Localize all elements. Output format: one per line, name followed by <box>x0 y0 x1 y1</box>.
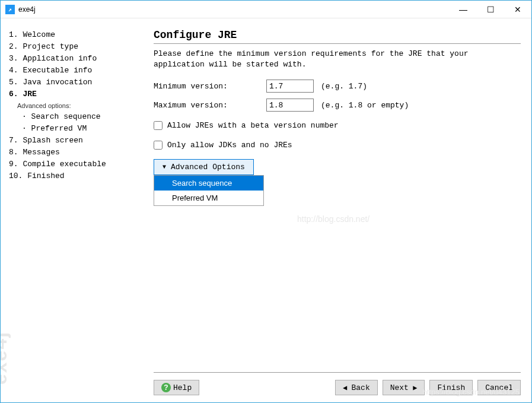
dropdown-item-preferred-vm[interactable]: Preferred VM <box>154 191 263 205</box>
sidebar-sub-preferred-vm[interactable]: · Preferred VM <box>22 123 137 135</box>
close-button[interactable]: ✕ <box>504 1 531 18</box>
only-jdk-label: Only allow JDKs and no JREs <box>167 141 292 150</box>
arrow-right-icon: ▶ <box>409 383 417 392</box>
sidebar-advanced-label: Advanced options: <box>17 100 137 111</box>
sidebar-step-application-info[interactable]: 3. Application info <box>9 53 137 65</box>
page-title: Configure JRE <box>154 29 521 41</box>
finish-label: Finish <box>437 383 465 392</box>
help-icon: ? <box>161 383 171 392</box>
sidebar-step-messages[interactable]: 8. Messages <box>9 147 137 158</box>
app-window: ↗ exe4j — ☐ ✕ 1. Welcome 2. Project type… <box>0 0 532 403</box>
sidebar-step-finished[interactable]: 10. Finished <box>9 170 137 182</box>
sidebar-step-welcome[interactable]: 1. Welcome <box>9 29 137 41</box>
advanced-options-dropdown: Search sequence Preferred VM <box>154 175 264 206</box>
window-title: exe4j <box>18 5 450 14</box>
sidebar-watermark: exe4j <box>1 331 11 385</box>
next-label: Next <box>390 383 409 392</box>
only-jdk-row: Only allow JDKs and no JREs <box>154 141 521 150</box>
content-watermark: http://blog.csdn.net/ <box>297 214 369 224</box>
sidebar-sub-search-sequence[interactable]: · Search sequence <box>22 111 137 123</box>
help-button[interactable]: ? Help <box>154 380 199 395</box>
title-divider <box>154 43 521 44</box>
cancel-button[interactable]: Cancel <box>477 380 521 395</box>
minimize-button[interactable]: — <box>450 1 477 18</box>
advanced-options-button[interactable]: ▼ Advanced Options <box>154 159 254 175</box>
back-button[interactable]: ◀ Back <box>335 380 378 395</box>
min-version-row: Minimum version: (e.g. 1.7) <box>154 80 521 93</box>
dropdown-item-search-sequence[interactable]: Search sequence <box>154 176 263 191</box>
arrow-left-icon: ◀ <box>343 383 351 392</box>
max-version-row: Maximum version: (e.g. 1.8 or empty) <box>154 99 521 112</box>
next-button[interactable]: Next ▶ <box>383 380 425 395</box>
app-icon: ↗ <box>5 5 15 14</box>
sidebar-step-java-invocation[interactable]: 5. Java invocation <box>9 77 137 88</box>
sidebar: 1. Welcome 2. Project type 3. Applicatio… <box>1 18 143 402</box>
only-jdk-checkbox[interactable] <box>154 141 163 150</box>
max-version-hint: (e.g. 1.8 or empty) <box>321 101 409 110</box>
sidebar-step-executable-info[interactable]: 4. Executable info <box>9 65 137 77</box>
footer-buttons: ? Help ◀ Back Next ▶ Finish <box>154 380 521 395</box>
maximize-button[interactable]: ☐ <box>477 1 504 18</box>
cancel-label: Cancel <box>485 383 513 392</box>
allow-beta-label: Allow JREs with a beta version number <box>167 121 339 130</box>
min-version-input[interactable] <box>266 80 314 93</box>
allow-beta-row: Allow JREs with a beta version number <box>154 121 521 130</box>
triangle-down-icon: ▼ <box>163 164 166 170</box>
sidebar-step-splash-screen[interactable]: 7. Splash screen <box>9 135 137 147</box>
sidebar-step-jre[interactable]: 6. JRE <box>9 88 137 100</box>
max-version-label: Maximum version: <box>154 101 266 110</box>
min-version-label: Minimum version: <box>154 82 266 91</box>
back-label: Back <box>352 383 370 392</box>
help-label: Help <box>173 383 192 392</box>
main-panel: Configure JRE Please define the minimum … <box>143 18 531 402</box>
allow-beta-checkbox[interactable] <box>154 121 163 130</box>
sidebar-step-compile-executable[interactable]: 9. Compile executable <box>9 158 137 170</box>
sidebar-step-project-type[interactable]: 2. Project type <box>9 41 137 53</box>
max-version-input[interactable] <box>266 99 314 112</box>
advanced-options-label: Advanced Options <box>171 163 245 172</box>
window-controls: — ☐ ✕ <box>450 1 531 18</box>
page-description: Please define the minimum version requir… <box>154 49 521 70</box>
footer: ? Help ◀ Back Next ▶ Finish <box>154 372 521 395</box>
content-area: 1. Welcome 2. Project type 3. Applicatio… <box>1 18 531 402</box>
titlebar: ↗ exe4j — ☐ ✕ <box>1 1 531 18</box>
min-version-hint: (e.g. 1.7) <box>321 82 367 91</box>
footer-divider <box>154 372 521 373</box>
finish-button[interactable]: Finish <box>429 380 473 395</box>
